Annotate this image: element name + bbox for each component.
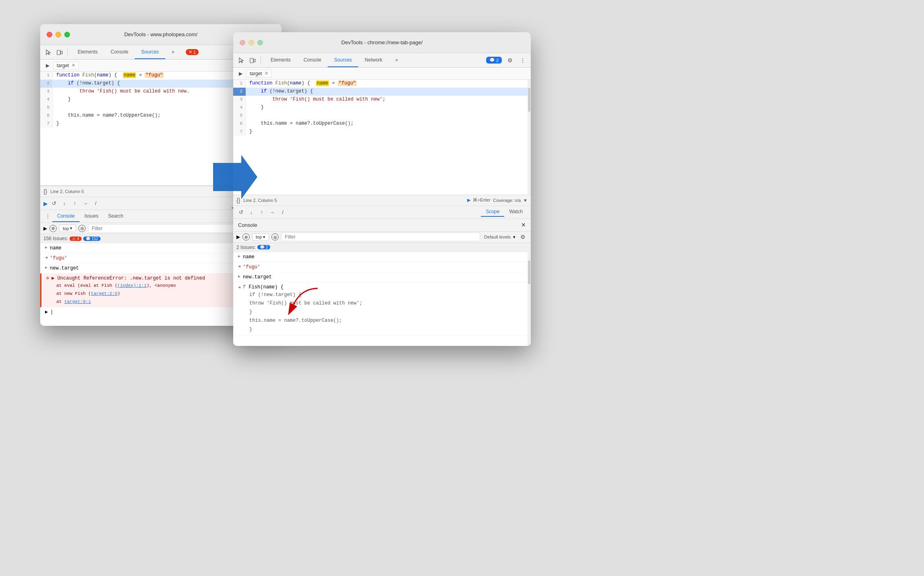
coverage-filter-icon[interactable]: ▼ [523, 198, 528, 203]
collapse-arrow-2[interactable]: ◀ [238, 263, 240, 269]
tab-network-2[interactable]: Network [358, 53, 389, 67]
file-tab-target-2[interactable]: target ✕ [246, 70, 272, 78]
scrollbar-thumb-console-2[interactable] [528, 260, 530, 284]
file-tab-close-1[interactable]: ✕ [72, 63, 75, 68]
expand-arrow-4[interactable]: ▶ [238, 274, 240, 280]
toolbar-divider-2 [261, 56, 261, 64]
console-tab-search-1[interactable]: Search [103, 211, 128, 222]
link-index-1[interactable]: (index):1:1 [117, 283, 147, 288]
panel-toggle-icon-2[interactable]: ▶ [236, 70, 244, 78]
console-clear-icon-1[interactable]: ▶ [43, 226, 47, 231]
issues-row-2: 2 Issues: 💬 2 [233, 243, 531, 252]
run-shortcut-2: ⌘+Enter [473, 197, 491, 203]
collapse-arrow-1[interactable]: ◀ [45, 255, 47, 261]
step-into-icon-2[interactable]: ↓ [247, 208, 256, 216]
tab-elements-1[interactable]: Elements [71, 45, 104, 59]
minimize-button-2[interactable] [248, 40, 254, 45]
scrollbar-2[interactable] [528, 80, 531, 195]
console-eye-icon-1[interactable]: ◎ [78, 225, 86, 232]
debug-tab-watch-2[interactable]: Watch [504, 207, 528, 217]
tab-more-2[interactable]: » [389, 53, 405, 67]
message-icon-1: 💬 [86, 237, 90, 241]
devtools-toolbar-2: Elements Console Sources Network » 💬 2 ⚙… [233, 53, 531, 68]
console-tab-issues-1[interactable]: Issues [80, 211, 103, 222]
console-entries-2: ▶ name ◀ 'fugu' ▶ new.target ◀ f Fish(na… [233, 252, 531, 346]
scrollbar-console-2[interactable] [528, 252, 531, 346]
file-tab-label-2: target [250, 71, 262, 76]
error-icon-1: ⊗ [46, 275, 49, 282]
comparison-arrow [213, 153, 257, 203]
file-tab-target-1[interactable]: target ✕ [53, 62, 79, 70]
file-tab-bar-2: ▶ target ✕ [233, 68, 531, 80]
top-dropdown-1[interactable]: top ▾ [59, 224, 76, 232]
console-clear-icon-2[interactable]: ▶ [236, 234, 240, 240]
devtools-window-2: DevTools - chrome://new-tab-page/ Elemen… [233, 32, 531, 346]
console-entry-target-2: ▶ new.target [233, 272, 531, 282]
panel-toggle-icon-1[interactable]: ▶ [43, 62, 51, 70]
top-dropdown-2[interactable]: top ▾ [252, 233, 269, 241]
step-into-icon-1[interactable]: ↓ [60, 199, 69, 208]
coverage-label-2: Coverage: n/a [493, 198, 521, 203]
step-out-icon-2[interactable]: ↑ [257, 208, 266, 216]
console-settings-icon-2[interactable]: ⚙ [518, 232, 528, 242]
debug-tab-bar-2: Scope Watch [481, 207, 528, 217]
tab-sources-2[interactable]: Sources [328, 53, 358, 67]
svg-rect-0 [57, 50, 60, 55]
chat-count-2: 2 [496, 58, 499, 63]
console-eye-icon-2[interactable]: ◎ [271, 233, 279, 241]
format-icon-1[interactable]: {} [43, 188, 47, 195]
debug-tab-scope-2[interactable]: Scope [481, 207, 504, 217]
tab-console-2[interactable]: Console [297, 53, 328, 67]
tab-console-1[interactable]: Console [104, 45, 135, 59]
console-filter-icon-2[interactable]: ⊘ [242, 233, 250, 241]
top-chevron-2: ▾ [263, 235, 265, 240]
collapse-arrow-3[interactable]: ◀ [238, 284, 240, 290]
step-out-icon-1[interactable]: ↑ [70, 199, 79, 208]
run-btn-2[interactable]: ▶ [467, 197, 470, 203]
scrollbar-thumb-2[interactable] [528, 88, 530, 112]
console-close-icon-2[interactable]: ✕ [521, 222, 526, 228]
link-target-2[interactable]: target:9:1 [64, 299, 91, 304]
expand-arrow-2[interactable]: ▶ [45, 265, 47, 271]
top-label-2: top [256, 235, 262, 239]
console-tab-console-1[interactable]: Console [52, 211, 80, 222]
expand-arrow-3[interactable]: ▶ [238, 253, 240, 259]
tab-more-1[interactable]: » [165, 45, 181, 59]
step-icon-1[interactable]: → [81, 199, 90, 208]
step-over-icon-1[interactable]: ↺ [49, 199, 58, 208]
console-entry-function-2: ◀ f Fish(name) { if (!new.target) { thro… [233, 282, 531, 336]
status-bar-2: {} Line 2, Column 5 ▶ ⌘+Enter Coverage: … [233, 195, 531, 206]
console-filter-icon-1[interactable]: ⊘ [49, 225, 57, 232]
default-levels-chevron-2[interactable]: ▾ [513, 235, 515, 240]
file-tab-close-2[interactable]: ✕ [265, 71, 268, 76]
settings-icon-2[interactable]: ⚙ [505, 56, 515, 65]
inspect-icon[interactable] [43, 47, 53, 57]
device-icon[interactable] [55, 47, 64, 57]
code-line2-2: 2 if (!new.target) { [233, 88, 531, 96]
input-prompt-1: ▶ [45, 309, 48, 315]
default-levels-2[interactable]: Default levels [484, 235, 511, 239]
device-icon-2[interactable] [248, 56, 257, 65]
console-filter-input-2[interactable] [281, 232, 480, 241]
console-more-icon-1[interactable]: ⋮ [43, 212, 52, 221]
code-line2-5: 5 [233, 112, 531, 120]
minimize-button[interactable] [55, 32, 61, 37]
fullscreen-button[interactable] [64, 32, 70, 37]
code-line2-6: 6 this.name = name?.toUpperCase(); [233, 120, 531, 128]
close-button-2[interactable] [240, 40, 245, 45]
inspect-icon-2[interactable] [236, 56, 246, 65]
tab-sources-1[interactable]: Sources [135, 45, 165, 59]
link-target-1[interactable]: target:2:5 [91, 291, 117, 296]
deactivate-icon-1[interactable]: / [91, 199, 100, 208]
expand-arrow-1[interactable]: ▶ [45, 245, 47, 251]
resume-icon-1[interactable]: ▶ [43, 200, 48, 207]
step-icon-2[interactable]: → [268, 208, 277, 216]
message-icon-2: 💬 [260, 245, 265, 249]
tab-elements-2[interactable]: Elements [264, 53, 297, 67]
more-options-icon-2[interactable]: ⋮ [518, 56, 528, 65]
deactivate-icon-2[interactable]: / [278, 208, 287, 216]
code-line2-1: 1 function Fish(name) { name = "fugu" [233, 80, 531, 88]
step-over-icon-2[interactable]: ↺ [236, 208, 245, 216]
close-button[interactable] [47, 32, 52, 37]
fullscreen-button-2[interactable] [257, 40, 263, 45]
